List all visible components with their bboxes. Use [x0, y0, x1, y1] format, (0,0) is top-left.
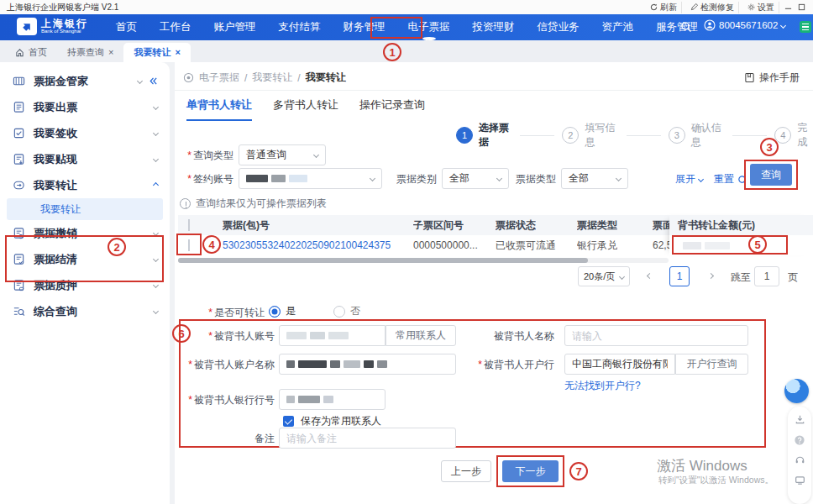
page-size-select[interactable]: 20条/页 [578, 266, 630, 286]
sidebar-label: 我要转让 [34, 178, 77, 193]
chevron-down-icon [153, 230, 159, 236]
query-type-select[interactable]: 普通查询 [239, 144, 326, 165]
headset-icon[interactable] [794, 454, 806, 466]
brand-name-en: Bank of Shanghai [41, 29, 88, 34]
close-icon[interactable]: × [175, 48, 180, 57]
endorsee-name-input[interactable] [564, 325, 748, 346]
col-face-amount: 票面 [653, 218, 671, 233]
annotation-circle-6: 6 [172, 324, 191, 343]
radio-yes[interactable]: 是 [269, 304, 296, 318]
refresh-button[interactable]: 刷新 [646, 2, 682, 13]
endorsee-bank-input[interactable] [564, 354, 675, 375]
sign-account-select[interactable] [239, 168, 382, 189]
nav-item-credit[interactable]: 信贷业务 [538, 20, 580, 34]
endorsee-bank-no-input[interactable] [279, 389, 386, 410]
minimize-button[interactable] [784, 3, 793, 12]
nav-item-payment[interactable]: 支付结算 [279, 20, 321, 34]
open-tabs-bar: 首页 持票查询 × 我要转让 × [0, 40, 813, 62]
jump-page-input[interactable]: 1 [754, 266, 779, 286]
nav-item-assetpool[interactable]: 资产池 [602, 20, 634, 34]
nav-item-invest[interactable]: 投资理财 [473, 20, 515, 34]
nav-item-ebill[interactable]: 电子票据 [408, 20, 450, 34]
search-button[interactable]: 查询 [750, 164, 792, 186]
breadcrumb-root[interactable]: 电子票据 [199, 71, 239, 85]
nav-item-ebill-label: 电子票据 [408, 21, 450, 33]
nav-item-home[interactable]: 首页 [116, 20, 137, 34]
sidebar-item-settle[interactable]: 票据结清 [0, 246, 170, 272]
row-checkbox[interactable] [188, 239, 190, 251]
masked-value [286, 360, 387, 368]
manual-link[interactable]: 操作手册 [744, 71, 800, 85]
expand-link[interactable]: 展开 [675, 172, 703, 186]
nav-item-workbench[interactable]: 工作台 [160, 20, 191, 34]
contacts-button[interactable]: 常用联系人 [386, 325, 456, 346]
feedback-icon[interactable] [794, 474, 806, 486]
save-contact-checkbox[interactable]: 保存为常用联系人 [283, 414, 381, 428]
radio-no[interactable]: 否 [333, 304, 360, 318]
sidebar-item-query[interactable]: 综合查询 [0, 298, 170, 324]
result-notice: 查询结果仅为可操作票据列表 [180, 197, 327, 211]
annotation-circle-1: 1 [383, 43, 401, 61]
settings-button[interactable]: 设置 [743, 2, 779, 13]
page-number[interactable]: 1 [669, 266, 690, 286]
nav-item-finance[interactable]: 财务管理 [344, 20, 386, 34]
breadcrumb-current: 我要转让 [306, 71, 346, 85]
nav-item-accounts[interactable]: 账户管理 [214, 20, 256, 34]
collapse-sidebar-icon[interactable] [149, 76, 158, 86]
sidebar-item-sign[interactable]: 我要签收 [0, 120, 170, 146]
step-label: 填写信息 [585, 121, 618, 150]
tab-holdings-query[interactable]: 持票查询 × [57, 43, 123, 62]
select-all-checkbox[interactable] [188, 219, 190, 231]
sidebar-item-transfer[interactable]: 我要转让 [0, 172, 170, 198]
bank-not-found-link[interactable]: 无法找到开户行? [564, 379, 641, 393]
search-icon[interactable] [680, 21, 692, 33]
endorsee-acct-name-input[interactable] [279, 354, 456, 375]
sidebar-label: 票据质押 [34, 278, 77, 293]
sidebar-item-revoke[interactable]: 票据撤销 [0, 220, 170, 246]
chevron-down-icon [780, 22, 786, 28]
next-page-icon[interactable] [708, 273, 714, 279]
chevron-down-icon [153, 256, 159, 262]
assistant-mascot[interactable] [784, 379, 809, 403]
location-icon [183, 72, 194, 83]
tab-operation-log[interactable]: 操作记录查询 [359, 97, 425, 121]
tab-home[interactable]: 首页 [5, 43, 57, 62]
breadcrumb-mid[interactable]: 我要转让 [252, 71, 292, 85]
remark-input[interactable] [279, 428, 456, 449]
repair-button[interactable]: 检测修复 [686, 2, 739, 13]
prev-page-icon[interactable] [647, 273, 653, 279]
sidebar-item-bill-manager[interactable]: 票据金管家 [0, 68, 170, 94]
scrollbar-thumb[interactable] [178, 258, 588, 263]
horizontal-scrollbar[interactable] [178, 258, 669, 263]
next-step-button[interactable]: 下一步 [502, 460, 559, 482]
bill-number-link[interactable]: 530230553240220250902100424375 [223, 239, 391, 251]
message-icon[interactable] [800, 21, 811, 33]
chevron-down-icon [619, 273, 625, 279]
bill-kind-select[interactable]: 全部 [561, 168, 628, 189]
refresh-icon [650, 3, 658, 11]
query-type-label: *查询类型 [175, 149, 233, 163]
pen-icon [690, 3, 698, 11]
tab-transfer[interactable]: 我要转让 × [123, 43, 190, 62]
bill-class-select[interactable]: 全部 [442, 168, 509, 189]
bill-class-label: 票据类别 [395, 172, 437, 186]
sidebar-subitem-transfer[interactable]: 我要转让 [7, 198, 163, 220]
tab-single-endorsee[interactable]: 单背书人转让 [186, 97, 252, 121]
bank-search-button[interactable]: 开户行查询 [675, 354, 748, 375]
sidebar-item-discount[interactable]: 我要贴现 [0, 146, 170, 172]
reset-link[interactable]: 重置 [714, 172, 747, 186]
sidebar-item-issue[interactable]: 我要出票 [0, 94, 170, 120]
sidebar-label: 我要出票 [34, 100, 77, 115]
tab-multi-endorsee[interactable]: 多背书人转让 [273, 97, 338, 121]
account-menu[interactable]: 80045671602 [704, 19, 785, 31]
prev-step-button[interactable]: 上一步 [441, 460, 491, 482]
maximize-button[interactable] [797, 3, 806, 12]
cell-type: 银行承兑 [577, 239, 617, 253]
help-icon[interactable] [794, 433, 806, 446]
sidebar-item-pledge[interactable]: 票据质押 [0, 272, 170, 298]
close-icon[interactable]: × [108, 48, 113, 57]
download-icon[interactable] [794, 413, 806, 426]
document-discount-icon [12, 153, 25, 166]
endorsee-account-input[interactable] [279, 325, 386, 346]
can-transfer-label: *是否可转让 [189, 306, 265, 320]
